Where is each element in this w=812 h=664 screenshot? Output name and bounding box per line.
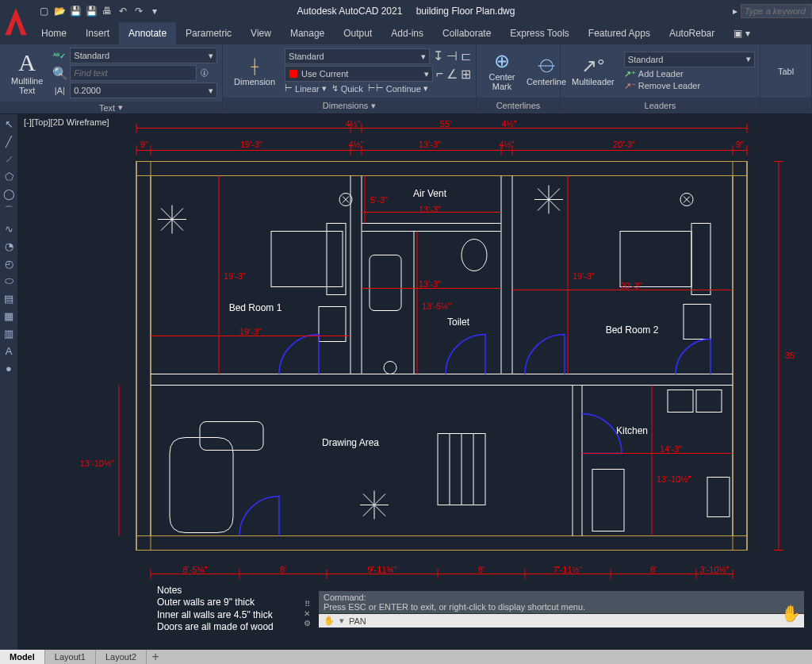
svg-text:4½": 4½" bbox=[348, 140, 363, 149]
draw-tool-14[interactable]: ● bbox=[2, 362, 15, 374]
panel-label-dimensions[interactable]: Dimensions ▾ bbox=[223, 98, 476, 113]
draw-tool-10[interactable]: ▤ bbox=[2, 292, 15, 305]
undo-icon[interactable]: ↶ bbox=[116, 4, 130, 18]
centermark-icon: ⊕ bbox=[494, 52, 510, 71]
dim-top-wall-2: 4½" bbox=[501, 119, 516, 129]
cmd-close-icon[interactable]: ✕ bbox=[302, 608, 312, 618]
dim-break-icon[interactable]: ⊣ bbox=[446, 48, 458, 64]
command-input[interactable]: ✋ ▾ PAN bbox=[319, 614, 804, 628]
multiline-text-button[interactable]: A Multiline Text bbox=[5, 48, 49, 98]
drawing-area[interactable]: ↖╱⟋⬠◯⌒∿◔◴⬭▤▦▥A● [-][Top][2D Wireframe] 4… bbox=[0, 114, 812, 650]
add-layout-tab[interactable]: + bbox=[147, 650, 164, 664]
draw-tool-13[interactable]: A bbox=[2, 344, 15, 357]
svg-text:13'-3": 13'-3" bbox=[419, 205, 441, 214]
menu-item-output[interactable]: Output bbox=[334, 22, 381, 44]
menu-item-express-tools[interactable]: Express Tools bbox=[500, 22, 578, 44]
room-label-bedroom2: Bed Room 2 bbox=[606, 324, 659, 336]
svg-rect-58 bbox=[592, 470, 624, 532]
add-leader-button[interactable]: ↗⁺Add Leader bbox=[624, 69, 684, 79]
cmd-prompt-label: Command: bbox=[324, 593, 366, 602]
draw-tool-7[interactable]: ◔ bbox=[2, 240, 15, 252]
qat-dropdown-icon[interactable]: ▾ bbox=[147, 4, 162, 18]
draw-tool-0[interactable]: ↖ bbox=[2, 117, 15, 130]
save-icon[interactable]: 💾 bbox=[68, 4, 82, 18]
dim-continue-button[interactable]: ⊢⊢Continue ▾ bbox=[368, 83, 428, 94]
dim-space-icon[interactable]: ⊏ bbox=[461, 48, 471, 64]
leader-style-combo[interactable]: Standard▾ bbox=[624, 52, 755, 67]
draw-tool-4[interactable]: ◯ bbox=[2, 187, 15, 200]
redo-icon[interactable]: ↷ bbox=[132, 4, 146, 18]
dim-oblique-icon[interactable]: ∠ bbox=[446, 67, 458, 82]
pan-cursor-icon: ✋ bbox=[781, 604, 801, 623]
room-label-airvent: Air Vent bbox=[413, 188, 447, 199]
viewport[interactable]: [-][Top][2D Wireframe] 4½" 55' 4½" 9" 19… bbox=[17, 114, 812, 650]
app-logo[interactable] bbox=[0, 3, 32, 41]
cmd-options-icon[interactable]: ⚙ bbox=[302, 618, 312, 628]
continue-icon: ⊢⊢ bbox=[368, 83, 384, 94]
dim-linear-button[interactable]: ⊢Linear ▾ bbox=[285, 83, 327, 94]
text-height-icon[interactable]: |A| bbox=[52, 86, 67, 95]
layout-tab-model[interactable]: Model bbox=[0, 650, 45, 664]
left-toolbar: ↖╱⟋⬠◯⌒∿◔◴⬭▤▦▥A● bbox=[0, 114, 17, 650]
multileader-button[interactable]: ↗° Multileader bbox=[565, 53, 621, 90]
panel-label-text[interactable]: Text ▾ bbox=[0, 102, 222, 113]
view-label[interactable]: [-][Top][2D Wireframe] bbox=[24, 117, 109, 127]
menu-item-annotate[interactable]: Annotate bbox=[119, 22, 176, 44]
keyword-search-input[interactable] bbox=[741, 4, 812, 18]
layout-tab-layout1[interactable]: Layout1 bbox=[45, 650, 96, 664]
menu-item-autorebar[interactable]: AutoRebar bbox=[660, 22, 724, 44]
draw-tool-11[interactable]: ▦ bbox=[2, 309, 15, 322]
menu-item-parametric[interactable]: Parametric bbox=[176, 22, 241, 44]
menu-item-featured-apps[interactable]: Featured Apps bbox=[579, 22, 660, 44]
open-icon[interactable]: 📂 bbox=[52, 4, 67, 18]
cmd-move-icon[interactable]: ⠿ bbox=[302, 599, 312, 608]
dim-tol-icon[interactable]: ⊞ bbox=[461, 67, 471, 82]
draw-tool-2[interactable]: ⟋ bbox=[2, 152, 15, 165]
saveas-icon[interactable]: 💾 bbox=[84, 4, 98, 18]
svg-point-50 bbox=[384, 362, 396, 374]
menu-item-home[interactable]: Home bbox=[32, 22, 76, 44]
find-text-input[interactable] bbox=[70, 65, 197, 81]
draw-tool-9[interactable]: ⬭ bbox=[2, 274, 15, 287]
draw-tool-1[interactable]: ╱ bbox=[2, 135, 15, 148]
dim-jog-icon[interactable]: ⌐ bbox=[436, 67, 443, 81]
ribbon-panel-tables: Tabl bbox=[760, 44, 812, 113]
find-icon[interactable]: 🔍 bbox=[52, 66, 67, 81]
draw-tool-12[interactable]: ▥ bbox=[2, 327, 15, 340]
room-label-toilet: Toilet bbox=[447, 317, 470, 328]
text-height-combo[interactable]: 0.2000▾ bbox=[70, 83, 217, 98]
svg-text:13'-3": 13'-3" bbox=[419, 279, 441, 289]
chevron-down-icon: ▾ bbox=[118, 102, 123, 113]
menu-item-add-ins[interactable]: Add-ins bbox=[381, 22, 433, 44]
tables-button[interactable]: Tabl bbox=[765, 63, 806, 79]
plot-icon[interactable]: 🖶 bbox=[100, 4, 114, 18]
menu-overflow-icon[interactable]: ▣ ▾ bbox=[724, 22, 759, 44]
new-icon[interactable]: ▢ bbox=[36, 4, 51, 18]
multiline-text-label: Multiline Text bbox=[11, 76, 43, 95]
menu-item-manage[interactable]: Manage bbox=[281, 22, 334, 44]
menu-item-insert[interactable]: Insert bbox=[76, 22, 119, 44]
centermark-button[interactable]: ⊕ Center Mark bbox=[481, 48, 523, 94]
layout-tab-layout2[interactable]: Layout2 bbox=[96, 650, 147, 664]
draw-tool-3[interactable]: ⬠ bbox=[2, 170, 15, 182]
draw-tool-6[interactable]: ∿ bbox=[2, 222, 15, 235]
menu-item-collaborate[interactable]: Collaborate bbox=[433, 22, 500, 44]
ribbon-panel-dimensions: ⟊ Dimension Standard▾ ↧ ⊣ ⊏ Use Current▾ bbox=[223, 44, 477, 113]
spellcheck-icon[interactable]: ᴬᴮ✓ bbox=[52, 52, 67, 60]
text-style-combo[interactable]: Standard▾ bbox=[70, 48, 217, 63]
draw-tool-5[interactable]: ⌒ bbox=[2, 205, 15, 217]
draw-tool-8[interactable]: ◴ bbox=[2, 257, 15, 270]
svg-rect-52 bbox=[684, 305, 710, 340]
remove-leader-button[interactable]: ↗⁻Remove Leader bbox=[624, 81, 700, 91]
dim-style-combo[interactable]: Standard▾ bbox=[285, 48, 430, 64]
menu-item-view[interactable]: View bbox=[241, 22, 281, 44]
dim-layer-combo[interactable]: Use Current▾ bbox=[285, 66, 433, 82]
multileader-label: Multileader bbox=[572, 77, 615, 86]
svg-text:9": 9" bbox=[736, 140, 744, 149]
svg-text:7'-11½": 7'-11½" bbox=[553, 565, 582, 574]
dim-update-icon[interactable]: ↧ bbox=[433, 48, 443, 64]
search-caret-icon: ▸ bbox=[733, 6, 737, 17]
dimension-button[interactable]: ⟊ Dimension bbox=[228, 53, 282, 90]
dim-quick-button[interactable]: ↯Quick bbox=[331, 83, 363, 94]
text-A-icon: A bbox=[18, 51, 36, 75]
